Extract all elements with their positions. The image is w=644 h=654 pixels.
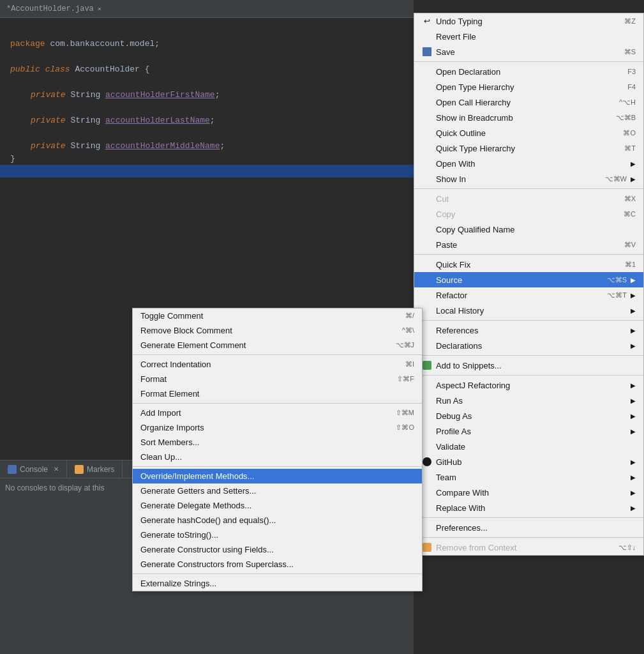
menu-item-local-history[interactable]: Local History ▶	[414, 303, 643, 318]
menu-item-aspectj[interactable]: AspectJ Refactoring ▶	[414, 377, 643, 393]
submenu-arrow: ▶	[631, 292, 636, 299]
blank-icon	[422, 380, 432, 390]
code-text: com.bankaccount.model;	[50, 39, 160, 49]
blank-icon	[422, 503, 432, 513]
code-content: package com.bankaccount.model; public cl…	[0, 18, 414, 184]
tab-label: *AccountHolder.java	[6, 4, 94, 13]
keyword: public	[10, 65, 40, 74]
menu-item-quick-outline[interactable]: Quick Outline ⌘O	[414, 125, 643, 141]
code-line: }	[0, 152, 414, 165]
remove-icon	[422, 542, 432, 552]
markers-icon	[75, 465, 84, 474]
menu-item-override-implement[interactable]: Override/Implement Methods...	[133, 469, 422, 483]
menu-item-preferences[interactable]: Preferences...	[414, 520, 643, 535]
blank-icon	[422, 395, 432, 406]
menu-item-externalize-strings[interactable]: Externalize Strings...	[133, 576, 422, 591]
menu-item-refactor[interactable]: Refactor ⌥⌘T ▶	[414, 287, 643, 303]
revert-icon	[422, 31, 432, 42]
submenu-arrow: ▶	[631, 474, 636, 481]
editor-tab[interactable]: *AccountHolder.java ✕	[0, 0, 414, 18]
menu-item-run-as[interactable]: Run As ▶	[414, 393, 643, 408]
menu-item-undo[interactable]: ↩ Undo Typing ⌘Z	[414, 13, 643, 29]
menu-item-format[interactable]: Format ⇧⌘F	[133, 372, 422, 386]
separator	[414, 320, 643, 321]
menu-item-open-call-hierarchy[interactable]: Open Call Hierarchy ^⌥H	[414, 95, 643, 110]
menu-item-debug-as[interactable]: Debug As ▶	[414, 408, 643, 423]
blank-icon	[422, 290, 432, 300]
menu-item-generate-getters-setters[interactable]: Generate Getters and Setters...	[133, 483, 422, 498]
menu-item-copy[interactable]: Copy ⌘C	[414, 206, 643, 222]
menu-item-quick-type-hierarchy[interactable]: Quick Type Hierarchy ⌘T	[414, 141, 643, 156]
menu-item-sort-members[interactable]: Sort Members...	[133, 435, 422, 450]
code-text: ;	[220, 141, 225, 151]
menu-item-team[interactable]: Team ▶	[414, 469, 643, 485]
menu-item-open-type-hierarchy[interactable]: Open Type Hierarchy F4	[414, 79, 643, 95]
menu-item-replace-with[interactable]: Replace With ▶	[414, 500, 643, 515]
menu-item-cut[interactable]: Cut ⌘X	[414, 191, 643, 206]
keyword: package	[10, 39, 45, 49]
menu-item-generate-hashcode-equals[interactable]: Generate hashCode() and equals()...	[133, 513, 422, 528]
blank-icon	[422, 82, 432, 92]
blank-icon	[422, 240, 432, 250]
tab-close-icon[interactable]: ✕	[98, 5, 101, 13]
code-line: public class AccountHolder {	[0, 63, 414, 75]
menu-item-profile-as[interactable]: Profile As ▶	[414, 423, 643, 439]
keyword: private	[31, 90, 66, 100]
separator	[414, 517, 643, 518]
blank-icon	[422, 194, 432, 204]
menu-item-source[interactable]: Source ⌥⌘S ▶	[414, 272, 643, 287]
menu-item-clean-up[interactable]: Clean Up...	[133, 450, 422, 464]
separator	[414, 537, 643, 538]
console-text: No consoles to display at this	[5, 483, 104, 492]
menu-item-remove-block-comment[interactable]: Remove Block Comment ^⌘\	[133, 323, 422, 338]
menu-item-paste[interactable]: Paste ⌘V	[414, 237, 643, 252]
menu-item-toggle-comment[interactable]: Toggle Comment ⌘/	[133, 308, 422, 323]
menu-item-correct-indentation[interactable]: Correct Indentation ⌘I	[133, 357, 422, 372]
menu-item-generate-constructor-fields[interactable]: Generate Constructor using Fields...	[133, 542, 422, 557]
blank-icon	[422, 97, 432, 107]
menu-item-declarations[interactable]: Declarations ▶	[414, 338, 643, 353]
undo-icon: ↩	[422, 16, 432, 26]
menu-item-revert[interactable]: Revert File	[414, 29, 643, 44]
menu-item-format-element[interactable]: Format Element	[133, 386, 422, 401]
menu-item-add-import[interactable]: Add Import ⇧⌘M	[133, 406, 422, 420]
menu-item-remove-context[interactable]: Remove from Context ⌥⇧↓	[414, 540, 643, 555]
separator	[133, 574, 422, 574]
keyword: class	[45, 65, 70, 74]
menu-item-generate-tostring[interactable]: Generate toString()...	[133, 528, 422, 542]
keyword: private	[31, 116, 66, 125]
submenu-arrow: ▶	[631, 176, 636, 183]
code-line	[0, 75, 414, 88]
markers-tab[interactable]: Markers	[67, 460, 123, 478]
code-line	[0, 101, 414, 114]
menu-item-copy-qualified[interactable]: Copy Qualified Name	[414, 222, 643, 237]
blank-icon	[422, 209, 432, 219]
separator	[414, 375, 643, 376]
menu-item-compare-with[interactable]: Compare With ▶	[414, 485, 643, 500]
blank-icon	[422, 112, 432, 123]
menu-item-github[interactable]: GitHub ▶	[414, 454, 643, 469]
menu-item-generate-delegate[interactable]: Generate Delegate Methods...	[133, 498, 422, 513]
code-text: AccountHolder {	[75, 65, 149, 74]
menu-item-open-with[interactable]: Open With ▶	[414, 156, 643, 171]
menu-item-add-snippets[interactable]: Add to Snippets...	[414, 358, 643, 373]
menu-item-open-declaration[interactable]: Open Declaration F3	[414, 64, 643, 79]
snippets-icon	[422, 360, 432, 370]
console-tab-close[interactable]: ✕	[54, 466, 59, 473]
menu-item-organize-imports[interactable]: Organize Imports ⇧⌘O	[133, 420, 422, 435]
menu-item-show-breadcrumb[interactable]: Show in Breadcrumb ⌥⌘B	[414, 110, 643, 125]
menu-item-show-in[interactable]: Show In ⌥⌘W ▶	[414, 171, 643, 186]
menu-item-validate[interactable]: Validate	[414, 439, 643, 454]
menu-item-quick-fix[interactable]: Quick Fix ⌘1	[414, 257, 643, 272]
menu-item-generate-element-comment[interactable]: Generate Element Comment ⌥⌘J	[133, 338, 422, 353]
blank-icon	[422, 441, 432, 452]
menu-item-references[interactable]: References ▶	[414, 323, 643, 338]
console-tab[interactable]: Console ✕	[0, 460, 67, 478]
code-line: private String accountHolderLastName;	[0, 114, 414, 126]
blank-icon	[422, 224, 432, 234]
blank-icon	[422, 487, 432, 498]
submenu-arrow: ▶	[631, 428, 636, 435]
menu-item-save[interactable]: Save ⌘S	[414, 44, 643, 59]
main-context-menu: ↩ Undo Typing ⌘Z Revert File Save ⌘S Ope…	[414, 13, 644, 556]
menu-item-generate-constructors-superclass[interactable]: Generate Constructors from Superclass...	[133, 557, 422, 572]
